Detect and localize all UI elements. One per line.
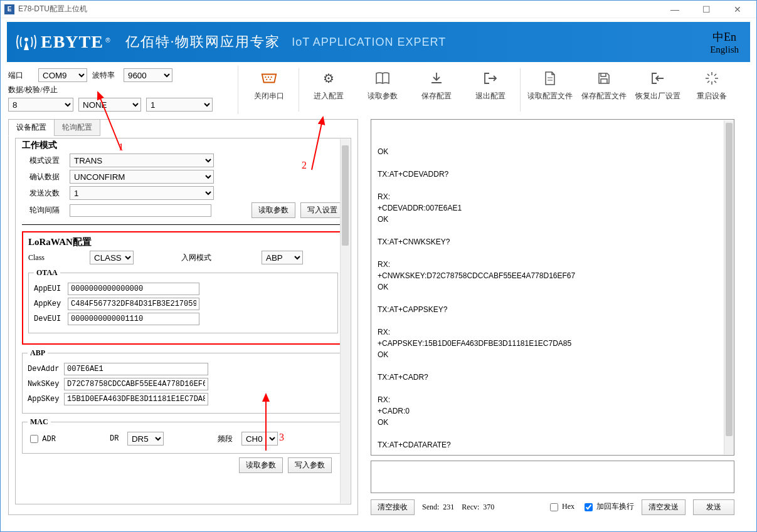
read-config-file-button[interactable]: 读取配置文件 — [523, 66, 577, 114]
confirm-select[interactable]: UNCONFIRM — [70, 170, 214, 184]
nwkskey-input[interactable] — [64, 378, 208, 390]
class-select[interactable]: CLASSA — [90, 251, 134, 264]
main-area: 设备配置 轮询配置 工作模式 模式设置 TRANS 确认数据 — [1, 114, 756, 515]
read-params-button[interactable]: 读取参数 — [356, 66, 410, 114]
crlf-checkbox-label[interactable]: 加回车换行 — [582, 501, 634, 513]
tab-device-config[interactable]: 设备配置 — [8, 119, 55, 136]
banner-tagline: 亿佰特·物联网应用专家 — [125, 33, 281, 51]
serial-port-icon — [260, 70, 278, 87]
log-scrollbar[interactable] — [724, 120, 734, 454]
hex-checkbox-label[interactable]: Hex — [548, 501, 574, 513]
reboot-button[interactable]: 重启设备 — [685, 66, 739, 114]
right-panel: OK TX:AT+CDEVADDR? RX: +CDEVADDR:007E6AE… — [371, 119, 734, 515]
download-icon — [428, 70, 445, 87]
reset-icon — [649, 70, 667, 87]
dr-label: DR — [110, 434, 122, 443]
hex-checkbox[interactable] — [550, 503, 558, 511]
save-icon — [595, 70, 613, 87]
appskey-input[interactable] — [64, 393, 208, 405]
appkey-label: AppKey — [34, 300, 63, 308]
svg-point-3 — [271, 76, 272, 78]
deveui-input[interactable] — [68, 313, 199, 325]
adr-checkbox-label[interactable]: ADR — [28, 433, 56, 445]
window-maximize-button[interactable]: ☐ — [696, 3, 716, 16]
svg-point-4 — [266, 79, 267, 80]
sendcnt-select[interactable]: 1 — [70, 186, 214, 200]
lorawan-write-button[interactable]: 写入参数 — [288, 457, 332, 473]
exit-config-button[interactable]: 退出配置 — [463, 66, 517, 114]
join-label: 入网模式 — [181, 253, 216, 263]
close-serial-button[interactable]: 关闭串口 — [242, 66, 296, 114]
appeui-input[interactable] — [68, 283, 199, 295]
band-select[interactable]: CH0 — [241, 432, 278, 446]
send-textarea[interactable] — [371, 461, 734, 493]
appkey-input[interactable] — [68, 298, 199, 310]
baud-label: 波特率 — [92, 70, 119, 81]
app-icon: E — [4, 4, 14, 14]
dcs-label: 数据/校验/停止 — [8, 85, 65, 95]
port-select[interactable]: COM9 — [38, 68, 87, 82]
tab-poll-config[interactable]: 轮询配置 — [54, 119, 100, 136]
toolbar: 关闭串口 ⚙ 进入配置 读取参数 保存配置 — [238, 66, 739, 114]
abp-legend: ABP — [28, 348, 48, 358]
book-icon — [374, 70, 391, 87]
device-config-panel: 工作模式 模式设置 TRANS 确认数据 UNCONFIRM 发送次数 1 — [9, 137, 357, 509]
send-button[interactable]: 发送 — [693, 499, 734, 515]
language-switch[interactable]: 中En English — [710, 29, 739, 55]
mac-group: MAC ADR DR DR5 频段 CH0 — [22, 417, 344, 454]
scrollbar[interactable] — [340, 139, 350, 503]
reboot-icon — [703, 70, 721, 87]
file-read-icon — [541, 70, 559, 87]
workmode-write-button[interactable]: 写入设置 — [300, 202, 344, 218]
svg-point-0 — [24, 38, 28, 41]
banner-tagline-en: IoT APPLICATION EXPERT — [292, 36, 446, 49]
baud-select[interactable]: 9600 — [124, 68, 172, 82]
lorawan-highlight: LoRaWAN配置 Class CLASSA 入网模式 ABP OTAA — [22, 231, 344, 345]
lorawan-title: LoRaWAN配置 — [28, 236, 338, 248]
svg-point-1 — [265, 76, 266, 78]
svg-line-12 — [707, 81, 709, 83]
adr-checkbox[interactable] — [30, 435, 38, 443]
workmode-read-button[interactable]: 读取参数 — [251, 202, 295, 218]
window-minimize-button[interactable]: — — [665, 3, 685, 16]
databits-select[interactable]: 8 — [8, 98, 73, 112]
log-box[interactable]: OK TX:AT+CDEVADDR? RX: +CDEVADDR:007E6AE… — [371, 119, 734, 456]
recv-count-label: Recv: 370 — [462, 503, 494, 512]
devaddr-label: DevAddr — [28, 365, 59, 373]
enter-config-button[interactable]: ⚙ 进入配置 — [302, 66, 356, 114]
clear-send-button[interactable]: 清空发送 — [642, 499, 686, 515]
save-config-file-button[interactable]: 保存配置文件 — [577, 66, 631, 114]
stopbits-select[interactable]: 1 — [146, 98, 213, 112]
left-panel: 设备配置 轮询配置 工作模式 模式设置 TRANS 确认数据 — [8, 119, 358, 515]
divider — [22, 224, 344, 225]
factory-reset-button[interactable]: 恢复出厂设置 — [631, 66, 685, 114]
mode-label: 模式设置 — [29, 155, 65, 166]
parity-select[interactable]: NONE — [78, 98, 141, 112]
status-row: 清空接收 Send: 231 Recv: 370 Hex 加回车换行 清空发送 … — [371, 499, 734, 515]
scroll-area: 工作模式 模式设置 TRANS 确认数据 UNCONFIRM 发送次数 1 — [15, 138, 351, 504]
interval-input[interactable] — [70, 204, 211, 217]
interval-label: 轮询间隔 — [29, 205, 65, 216]
titlebar: E E78-DTU配置上位机 — ☐ ✕ — [1, 1, 756, 18]
clear-receive-button[interactable]: 清空接收 — [371, 499, 415, 515]
port-label: 端口 — [8, 70, 33, 81]
window-close-button[interactable]: ✕ — [728, 3, 748, 16]
otaa-legend: OTAA — [34, 268, 60, 278]
svg-line-11 — [714, 81, 716, 83]
svg-line-13 — [714, 74, 716, 76]
mac-legend: MAC — [28, 417, 51, 427]
window-title: E78-DTU配置上位机 — [18, 4, 665, 14]
gear-icon: ⚙ — [320, 70, 337, 87]
svg-point-2 — [268, 76, 269, 78]
join-select[interactable]: ABP — [262, 251, 303, 264]
dr-select[interactable]: DR5 — [127, 432, 164, 446]
crlf-checkbox[interactable] — [585, 503, 593, 511]
antenna-icon — [16, 31, 37, 53]
mode-select[interactable]: TRANS — [70, 154, 214, 167]
otaa-group: OTAA AppEUI AppKey DevEUI — [28, 268, 338, 333]
save-config-button[interactable]: 保存配置 — [410, 66, 463, 114]
banner: EBYTE ® 亿佰特·物联网应用专家 IoT APPLICATION EXPE… — [7, 22, 750, 62]
lorawan-read-button[interactable]: 读取参数 — [239, 457, 283, 473]
send-count-label: Send: 231 — [422, 503, 454, 512]
devaddr-input[interactable] — [64, 363, 208, 375]
